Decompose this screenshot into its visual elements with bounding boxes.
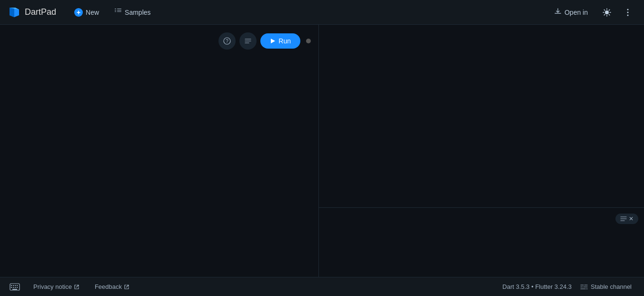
svg-rect-5 [117,11,121,12]
svg-rect-36 [12,289,17,290]
svg-rect-32 [11,287,12,288]
samples-label: Samples [125,9,150,16]
statusbar-left: Privacy notice Feedback [8,281,503,293]
help-icon: ? [223,37,231,45]
svg-point-17 [627,14,629,16]
privacy-notice-label: Privacy notice [33,283,72,290]
svg-point-6 [605,10,609,14]
editor-toolbar: ? Run [218,32,311,50]
svg-point-16 [627,11,629,13]
svg-rect-3 [117,10,121,10]
privacy-notice-link[interactable]: Privacy notice [30,281,83,292]
feedback-link[interactable]: Feedback [91,281,133,292]
run-label: Run [278,37,291,45]
run-button[interactable]: Run [260,33,300,49]
channel-button[interactable]: Stable channel [575,281,636,293]
statusbar: Privacy notice Feedback Dart 3.5.3 • Flu… [0,277,644,296]
svg-rect-31 [17,285,18,286]
clear-icon: ✕ [629,215,634,222]
svg-rect-28 [11,285,12,286]
nav-right: Open in [547,4,636,21]
navbar: DartPad + New Samples Open in [0,0,644,25]
svg-line-14 [604,14,604,15]
feedback-label: Feedback [95,283,122,290]
svg-line-11 [604,10,604,10]
right-pane: ✕ [319,25,644,277]
statusbar-right: Dart 3.5.3 • Flutter 3.24.3 Stable chann… [503,281,636,293]
output-pane [319,25,644,208]
format-button[interactable] [239,32,257,50]
app-name: DartPad [25,7,56,17]
new-button[interactable]: + New [68,5,106,20]
svg-text:?: ? [226,39,229,44]
svg-point-15 [627,9,629,10]
svg-line-12 [609,14,609,15]
more-icon [623,8,633,17]
svg-rect-29 [13,285,14,286]
svg-rect-1 [117,9,121,9]
console-clear-button[interactable]: ✕ [615,214,638,224]
new-icon: + [74,8,83,17]
more-menu-button[interactable] [619,4,636,21]
brightness-icon [602,8,612,17]
help-button[interactable]: ? [218,32,236,50]
svg-marker-23 [271,39,275,43]
external-link-icon-2 [124,284,129,290]
keyboard-icon [10,283,20,291]
new-label: New [86,9,99,16]
open-in-button[interactable]: Open in [547,5,594,20]
svg-rect-2 [115,10,116,10]
svg-rect-34 [15,287,16,288]
dartpad-logo [8,6,21,19]
samples-icon [114,8,122,17]
svg-rect-33 [13,287,14,288]
svg-line-13 [609,10,609,10]
status-dot [306,39,311,43]
channel-label: Stable channel [591,283,632,290]
editor-pane: ? Run [0,25,319,277]
svg-rect-4 [115,11,116,12]
list-icon [620,215,627,222]
samples-button[interactable]: Samples [108,5,157,20]
console-toolbar: ✕ [615,214,638,224]
play-icon [270,38,276,44]
channel-icon [580,283,588,291]
code-editor[interactable] [0,25,318,277]
keyboard-button[interactable] [8,281,22,293]
version-text: Dart 3.5.3 • Flutter 3.24.3 [503,283,572,290]
svg-rect-30 [15,285,16,286]
brightness-button[interactable] [598,4,615,21]
console-pane: ✕ [319,208,644,277]
main-content: ? Run [0,25,644,277]
open-in-label: Open in [565,9,588,16]
format-icon [244,37,252,45]
external-link-icon [74,284,79,290]
download-icon [554,8,562,17]
logo-area: DartPad [8,6,56,19]
svg-rect-0 [115,9,116,9]
svg-rect-35 [17,287,18,288]
